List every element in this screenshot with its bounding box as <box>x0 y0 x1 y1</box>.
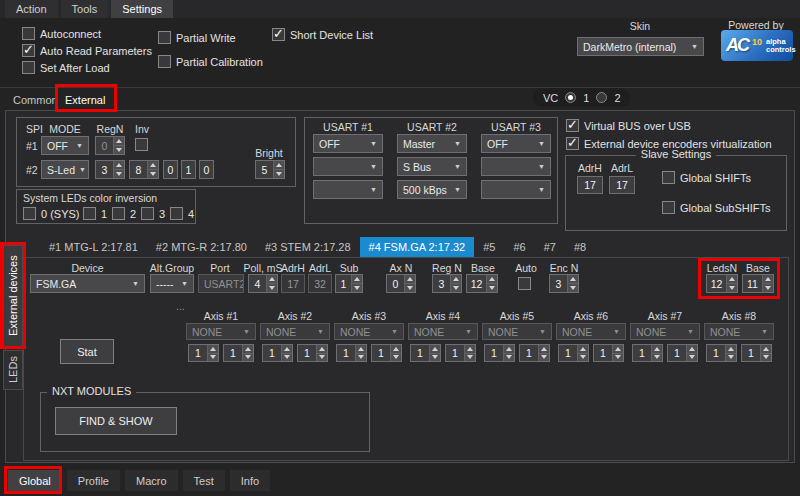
spinner-down-button[interactable] <box>578 353 588 362</box>
slave-adrl-field[interactable]: 17 <box>609 176 635 194</box>
axis-spinner-a[interactable]: 1 <box>558 344 589 362</box>
spinner-down-button[interactable] <box>727 283 737 292</box>
usart1-speed-dropdown[interactable]: ▼ <box>313 180 383 199</box>
slave-adrh-field[interactable]: 17 <box>577 176 603 194</box>
spinner-down-button[interactable] <box>761 353 771 362</box>
spinner-up-button[interactable] <box>114 161 124 169</box>
spinner-up-button[interactable] <box>465 345 475 353</box>
axis-spinner-a[interactable]: 1 <box>262 344 293 362</box>
spi1-mode-dropdown[interactable]: OFF ▼ <box>41 136 89 155</box>
spinner-up-button[interactable] <box>568 275 578 283</box>
usart3-mode-dropdown[interactable]: OFF ▼ <box>481 134 551 153</box>
spinner-up-button[interactable] <box>352 275 362 283</box>
device-tab-3[interactable]: #3 STEM 2:17.28 <box>256 237 360 257</box>
spinner-up-button[interactable] <box>687 345 697 353</box>
short-device-list-checkbox[interactable]: Short Device List <box>272 28 373 41</box>
spi2-regn-spinner[interactable]: 3 <box>95 160 125 179</box>
spinner-down-button[interactable] <box>148 169 158 178</box>
axis-spinner-b[interactable]: 1 <box>593 344 624 362</box>
spinner-up-button[interactable] <box>317 345 327 353</box>
ledsn-spinner[interactable]: 12 <box>706 274 738 293</box>
menu-tab-tools[interactable]: Tools <box>61 0 109 18</box>
spinner-down-button[interactable] <box>687 353 697 362</box>
spinner-down-button[interactable] <box>274 169 284 178</box>
spinner-down-button[interactable] <box>726 353 736 362</box>
axis-spinner-a[interactable]: 1 <box>484 344 515 362</box>
axis-spinner-a[interactable]: 1 <box>188 344 219 362</box>
usart3-option-dropdown[interactable]: ▼ <box>481 157 551 176</box>
device-tab-7[interactable]: #7 <box>535 237 565 257</box>
find-show-button[interactable]: FIND & SHOW <box>55 407 177 435</box>
tab-common[interactable]: Common <box>8 89 63 110</box>
axis-mode-dropdown[interactable]: NONE ▼ <box>334 323 404 340</box>
encn-spinner[interactable]: 3 <box>549 274 579 293</box>
partial-calibration-checkbox[interactable]: Partial Calibration <box>158 55 263 68</box>
spinner-up-button[interactable] <box>539 345 549 353</box>
spinner-down-button[interactable] <box>539 353 549 362</box>
port-dropdown[interactable]: USART2 ▼ <box>198 274 244 293</box>
leds-base-spinner[interactable]: 11 <box>742 274 774 293</box>
spinner-down-button[interactable] <box>504 353 514 362</box>
axis-spinner-a[interactable]: 1 <box>632 344 663 362</box>
spinner-down-button[interactable] <box>208 353 218 362</box>
stat-button[interactable]: Stat <box>60 339 114 364</box>
spinner-down-button[interactable] <box>391 353 401 362</box>
device-tab-4[interactable]: #4 FSM.GA 2:17.32 <box>360 237 475 257</box>
spi2-mode-dropdown[interactable]: S-Led ▼ <box>41 160 89 179</box>
spinner-up-button[interactable] <box>391 345 401 353</box>
bottom-tab-global[interactable]: Global <box>8 470 62 491</box>
axis-spinner-b[interactable]: 1 <box>741 344 772 362</box>
device-dropdown[interactable]: FSM.GA ▼ <box>30 274 145 293</box>
alpha-controls-logo[interactable]: AC 10 alpha controls <box>721 30 793 61</box>
spinner-down-button[interactable] <box>352 283 362 292</box>
axis-mode-dropdown[interactable]: NONE ▼ <box>630 323 700 340</box>
axis-spinner-a[interactable]: 1 <box>706 344 737 362</box>
spinner-up-button[interactable] <box>274 161 284 169</box>
spinner-down-button[interactable] <box>430 353 440 362</box>
device-tab-6[interactable]: #6 <box>504 237 534 257</box>
usart1-mode-dropdown[interactable]: OFF ▼ <box>313 134 383 153</box>
spinner-down-button[interactable] <box>763 283 773 292</box>
base-spinner[interactable]: 12 <box>466 274 498 293</box>
usart2-option-dropdown[interactable]: S Bus ▼ <box>397 157 467 176</box>
axis-spinner-a[interactable]: 1 <box>410 344 441 362</box>
sub-spinner[interactable]: 1 <box>335 274 363 293</box>
axn-spinner[interactable]: 0 <box>386 274 416 293</box>
spinner-up-button[interactable] <box>451 275 461 283</box>
set-after-load-checkbox[interactable]: Set After Load <box>22 61 110 74</box>
global-shifts-checkbox[interactable]: Global SHIFTs <box>662 171 751 184</box>
sidetab-external-devices[interactable]: External devices <box>3 245 23 347</box>
usart1-option-dropdown[interactable]: ▼ <box>313 157 383 176</box>
spinner-up-button[interactable] <box>578 345 588 353</box>
axis-mode-dropdown[interactable]: NONE ▼ <box>482 323 552 340</box>
spinner-down-button[interactable] <box>465 353 475 362</box>
spinner-down-button[interactable] <box>568 283 578 292</box>
spinner-up-button[interactable] <box>356 345 366 353</box>
spinner-up-button[interactable] <box>487 275 497 283</box>
usart3-speed-dropdown[interactable]: ▼ <box>481 180 551 199</box>
spinner-up-button[interactable] <box>114 137 124 145</box>
regn-spinner[interactable]: 3 <box>432 274 462 293</box>
spinner-up-button[interactable] <box>148 161 158 169</box>
spinner-up-button[interactable] <box>243 345 253 353</box>
spinner-up-button[interactable] <box>726 345 736 353</box>
sysled-1-checkbox[interactable]: 1 <box>83 207 107 220</box>
spinner-up-button[interactable] <box>761 345 771 353</box>
spinner-up-button[interactable] <box>430 345 440 353</box>
spinner-up-button[interactable] <box>763 275 773 283</box>
axis-mode-dropdown[interactable]: NONE ▼ <box>186 323 256 340</box>
skin-dropdown[interactable]: DarkMetro (internal) ▼ <box>577 37 704 56</box>
spinner-down-button[interactable] <box>451 283 461 292</box>
menu-tab-action[interactable]: Action <box>5 0 58 18</box>
axis-spinner-b[interactable]: 1 <box>519 344 550 362</box>
spinner-up-button[interactable] <box>208 345 218 353</box>
spinner-down-button[interactable] <box>356 353 366 362</box>
axis-mode-dropdown[interactable]: NONE ▼ <box>260 323 330 340</box>
poll-spinner[interactable]: 4 <box>248 274 278 293</box>
virtual-bus-checkbox[interactable]: Virtual BUS over USB <box>566 119 691 132</box>
spi2-b3-field[interactable]: 0 <box>199 160 214 179</box>
axis-mode-dropdown[interactable]: NONE ▼ <box>704 323 774 340</box>
spinner-down-button[interactable] <box>114 169 124 178</box>
altgroup-dropdown[interactable]: ----- ▼ <box>150 274 194 293</box>
spinner-up-button[interactable] <box>282 345 292 353</box>
